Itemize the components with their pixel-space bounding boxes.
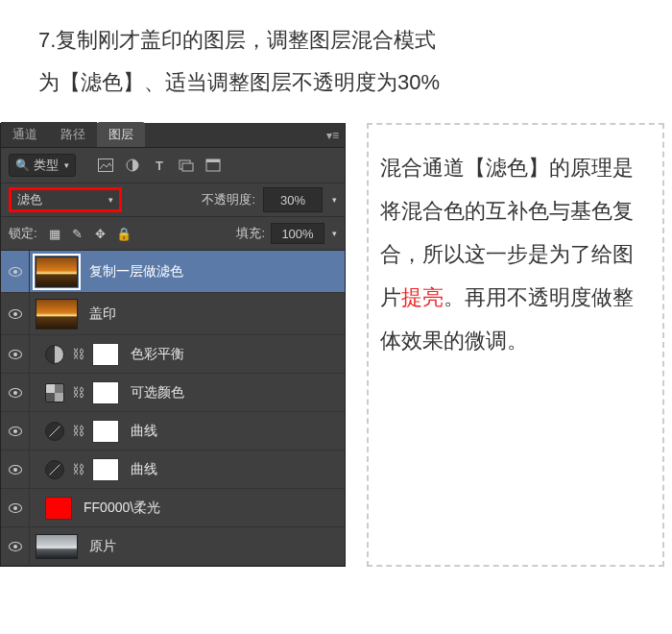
visibility-icon[interactable] [9, 267, 22, 277]
filter-smart-icon[interactable] [204, 158, 222, 173]
explanation-box: 混合通道【滤色】的原理是将混合色的互补色与基色复合，所以这一步是为了给图片提亮。… [367, 123, 664, 567]
lock-all-icon[interactable]: 🔒 [116, 227, 132, 241]
explanation-highlight: 提亮 [401, 285, 444, 309]
visibility-icon[interactable] [9, 542, 22, 551]
adjustment-icon[interactable] [45, 345, 64, 364]
opacity-input[interactable]: 30% [263, 187, 323, 212]
visibility-icon[interactable] [9, 350, 22, 359]
mask-thumbnail[interactable] [92, 381, 119, 404]
fill-thumbnail[interactable] [45, 497, 72, 520]
filter-shape-icon[interactable] [178, 158, 195, 173]
blend-mode-select[interactable]: 滤色 ▾ [9, 187, 122, 212]
adjustment-icon[interactable] [45, 422, 64, 441]
blend-row: 滤色 ▾ 不透明度: 30% ▾ [1, 183, 345, 217]
layer-name[interactable]: FF0000\柔光 [84, 500, 160, 517]
layer-name[interactable]: 原片 [89, 538, 116, 555]
layers-panel: 通道 路径 图层 ▾≡ 🔍 类型 ▾ T [0, 123, 346, 567]
visibility-icon[interactable] [9, 465, 22, 475]
visibility-icon[interactable] [9, 309, 22, 319]
layer-thumbnail[interactable] [36, 299, 78, 329]
panel-menu-icon[interactable]: ▾≡ [326, 129, 339, 142]
visibility-icon[interactable] [9, 503, 22, 513]
layers-list: 复制一层做滤色 盖印 ⛓ 色彩平衡 ⛓ [1, 251, 345, 566]
adjustment-icon[interactable] [45, 383, 64, 402]
link-icon[interactable]: ⛓ [72, 385, 84, 400]
filter-adjust-icon[interactable] [124, 158, 141, 173]
tab-channels[interactable]: 通道 [1, 122, 49, 147]
layer-row[interactable]: ⛓ 曲线 [1, 412, 345, 451]
layer-row[interactable]: ⛓ 可选颜色 [1, 374, 345, 412]
panel-tabs: 通道 路径 图层 ▾≡ [1, 123, 345, 148]
filter-text-icon[interactable]: T [151, 158, 168, 173]
layer-name[interactable]: 复制一层做滤色 [89, 263, 183, 280]
layer-kind-select[interactable]: 🔍 类型 ▾ [9, 154, 76, 177]
layer-thumbnail[interactable] [36, 534, 78, 559]
instruction-line2: 为【滤色】、适当调整图层不透明度为30% [38, 70, 440, 94]
chevron-down-icon[interactable]: ▾ [332, 229, 337, 238]
layer-thumbnail[interactable] [36, 256, 78, 287]
step-instruction: 7.复制刚才盖印的图层，调整图层混合模式 为【滤色】、适当调整图层不透明度为30… [0, 0, 672, 113]
opacity-value: 30% [280, 193, 305, 207]
lock-row: 锁定: ▦ ✎ ✥ 🔒 填充: 100% ▾ [1, 217, 345, 251]
tab-paths[interactable]: 路径 [49, 122, 97, 147]
svg-rect-5 [206, 159, 220, 162]
lock-label: 锁定: [9, 225, 37, 242]
mask-thumbnail[interactable] [92, 458, 119, 481]
layer-row[interactable]: 原片 [1, 527, 345, 566]
lock-transparency-icon[interactable]: ▦ [47, 227, 62, 241]
link-icon[interactable]: ⛓ [72, 424, 84, 438]
link-icon[interactable]: ⛓ [72, 347, 84, 361]
layer-name[interactable]: 曲线 [131, 461, 157, 478]
adjustment-icon[interactable] [45, 460, 64, 479]
svg-rect-3 [182, 163, 193, 171]
lock-position-icon[interactable]: ✥ [93, 227, 108, 241]
layer-row[interactable]: 盖印 [1, 293, 345, 335]
visibility-icon[interactable] [9, 388, 22, 398]
kind-label: 类型 [34, 157, 59, 174]
mask-thumbnail[interactable] [92, 420, 119, 443]
filter-image-icon[interactable] [97, 158, 114, 173]
fill-label: 填充: [236, 225, 265, 242]
instruction-line1: 7.复制刚才盖印的图层，调整图层混合模式 [38, 28, 436, 52]
layer-name[interactable]: 可选颜色 [131, 384, 184, 402]
chevron-down-icon[interactable]: ▾ [332, 195, 337, 205]
tab-layers[interactable]: 图层 [97, 122, 145, 147]
blend-mode-value: 滤色 [17, 191, 42, 208]
opacity-label: 不透明度: [202, 191, 255, 208]
fill-value: 100% [281, 227, 313, 241]
search-icon: 🔍 [15, 158, 30, 172]
layer-row[interactable]: ⛓ 色彩平衡 [1, 335, 345, 374]
chevron-down-icon: ▾ [108, 195, 113, 205]
layer-name[interactable]: 盖印 [89, 305, 116, 323]
fill-input[interactable]: 100% [271, 223, 324, 244]
link-icon[interactable]: ⛓ [72, 462, 84, 476]
mask-thumbnail[interactable] [92, 343, 119, 366]
layer-name[interactable]: 色彩平衡 [131, 346, 184, 363]
layer-name[interactable]: 曲线 [131, 423, 157, 440]
visibility-icon[interactable] [9, 427, 22, 436]
chevron-down-icon: ▾ [64, 160, 69, 170]
layer-row[interactable]: ⛓ 曲线 [1, 451, 345, 489]
lock-paint-icon[interactable]: ✎ [70, 227, 85, 241]
filter-row: 🔍 类型 ▾ T [1, 148, 345, 183]
layer-row[interactable]: FF0000\柔光 [1, 489, 345, 527]
layer-row[interactable]: 复制一层做滤色 [1, 251, 345, 293]
